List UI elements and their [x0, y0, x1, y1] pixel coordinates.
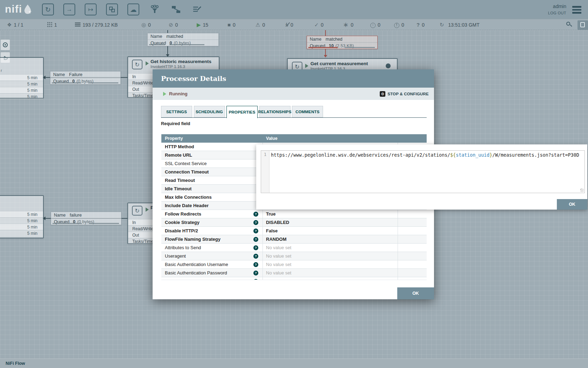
editor-code-line[interactable]: https://www.pegelonline.wsv.de/webservic… [270, 151, 584, 193]
input-port-icon[interactable]: → [63, 4, 75, 15]
property-name: Remote URL [165, 151, 192, 159]
property-row: Attributes to Send?No value set [161, 244, 427, 252]
expression-editor[interactable]: 1 https://www.pegelonline.wsv.de/webserv… [261, 150, 585, 193]
property-row: Basic Authentication Password?No value s… [161, 269, 427, 277]
status-bar: ↻ 13:51:03 GMT ❖1 / 11193 / 279.12 KB◎0⊘… [0, 19, 588, 30]
connection-label-failure-lower[interactable]: Namefailure Queued0(0 bytes) [51, 212, 121, 225]
property-value[interactable]: False [266, 227, 278, 235]
property-value[interactable]: True [266, 210, 275, 218]
refresh-icon[interactable]: ↻ [440, 22, 444, 27]
active-threads-count: 1 [54, 22, 57, 28]
help-icon[interactable]: ? [253, 220, 258, 225]
help-icon[interactable]: ? [253, 229, 258, 233]
running-indicator-icon [146, 207, 149, 212]
property-name: Follow Redirects [165, 210, 201, 218]
line-number: 1 [264, 152, 266, 157]
processor-icon[interactable]: ↻ [42, 4, 54, 15]
processor-type: InvokeHTTP 1.16.3 [150, 64, 185, 69]
queue-bar [52, 223, 82, 224]
output-port-icon[interactable]: ↦ [85, 4, 97, 15]
up-to-date-icon: ✓ [314, 22, 319, 27]
running-icon: ▶ [197, 22, 201, 27]
search-button[interactable] [566, 22, 573, 28]
up-to-date-count: 0 [321, 22, 324, 28]
queue-bar [308, 47, 338, 48]
value-editor-popup: 1 https://www.pegelonline.wsv.de/webserv… [256, 144, 587, 210]
help-icon[interactable]: ? [253, 245, 258, 250]
column-header-value: Value [266, 134, 278, 143]
property-name: Cookie Strategy [165, 218, 200, 226]
property-value[interactable]: No value set [266, 244, 291, 252]
stat-row: 5 min [0, 87, 43, 93]
connection-label-matched-selected[interactable]: Namematched Queued10(2.53 KB) [307, 36, 378, 49]
sync-failure-icon: ? [416, 22, 420, 27]
processor-loop-icon: ↻ [132, 206, 142, 216]
global-menu-icon[interactable] [572, 6, 581, 14]
help-icon[interactable]: ? [253, 237, 258, 242]
remote-process-group-icon[interactable]: ☁ [127, 4, 139, 15]
stat-row: 5 min [0, 74, 43, 81]
transmitting-count: 0 [148, 22, 151, 28]
stop-and-configure-button[interactable]: ⚙ STOP & CONFIGURE [380, 91, 429, 97]
connection-name-row: Namematched [148, 33, 218, 40]
funnel-icon[interactable] [149, 4, 161, 15]
processor-offscreen-lower[interactable]: 5 min 5 min 5 min 5 min [0, 195, 44, 238]
dialog-title: Processor Details [153, 69, 434, 88]
not-transmitting-count: 0 [175, 22, 178, 28]
property-name: Basic Authentication Username [165, 260, 228, 268]
queued-count: 193 / 279.12 KB [83, 22, 118, 28]
help-icon[interactable]: ? [253, 254, 258, 259]
property-value[interactable]: No value set [266, 260, 291, 268]
editor-ok-button[interactable]: OK [557, 199, 587, 210]
connection-name-row: Namematched [307, 36, 377, 42]
help-icon[interactable]: ? [253, 212, 258, 217]
logout-link[interactable]: LOG OUT [548, 11, 566, 15]
property-value[interactable]: DISABLED [266, 218, 289, 226]
template-icon[interactable] [170, 4, 182, 15]
status-stopped: ■0 [227, 19, 236, 30]
status-sync-failure: ?0 [416, 19, 425, 30]
stopped-count: 0 [233, 22, 236, 28]
nifi-logo: nifi [5, 3, 32, 15]
help-icon[interactable]: ? [253, 262, 258, 267]
property-row: Useragent?No value set [161, 252, 427, 260]
property-value[interactable]: No value set [266, 252, 291, 260]
property-name: Basic Authentication Password [165, 269, 227, 277]
property-value[interactable]: RANDOM [266, 235, 287, 243]
tab-relationships[interactable]: RELATIONSHIPS [259, 106, 290, 117]
connection-line [167, 30, 168, 33]
status-not-transmitting: ⊘0 [169, 19, 178, 30]
tab-scheduling[interactable]: SCHEDULING [194, 106, 225, 117]
help-icon[interactable]: ? [253, 271, 258, 275]
run-status-label: Running [169, 91, 188, 96]
status-queued: 193 / 279.12 KB [75, 19, 118, 30]
help-icon[interactable]: ? [253, 279, 258, 280]
running-count: 15 [203, 22, 209, 28]
connected-nodes-icon: ❖ [7, 22, 12, 27]
canvas-tool-button[interactable] [1, 40, 10, 50]
property-name: Include Date Header [165, 202, 209, 210]
status-disabled: ϟ0 [286, 19, 293, 30]
connection-label-failure-upper[interactable]: NameFailure Queued0(0 bytes) [50, 71, 121, 84]
resize-handle-icon[interactable] [580, 189, 584, 192]
nifi-application: 5 min 5 min 5 min 5 min r 5 min 5 min 5 … [0, 0, 588, 368]
dialog-ok-button[interactable]: OK [397, 287, 434, 299]
tab-settings[interactable]: SETTINGS [161, 106, 192, 117]
queue-bar [169, 44, 204, 45]
connected-nodes-count: 1 / 1 [14, 22, 23, 28]
operate-panel-toggle[interactable] [578, 20, 588, 30]
process-group-icon[interactable] [106, 4, 118, 15]
breadcrumb[interactable]: NiFi Flow [6, 361, 25, 366]
property-name: SSL Context Service [165, 159, 206, 168]
property-row: FlowFile Naming Strategy?RANDOM [161, 235, 427, 244]
processor-offscreen-upper[interactable]: 5 min 5 min 5 min 5 min [0, 57, 44, 98]
label-icon[interactable] [191, 4, 203, 15]
status-running: ▶15 [197, 19, 208, 30]
queue-bar [88, 82, 118, 83]
stat-row: 5 min [0, 93, 43, 100]
tab-properties[interactable]: PROPERTIES [226, 106, 258, 118]
property-value[interactable]: No value set [266, 269, 291, 277]
connection-label-matched-top[interactable]: Namematched Queued0(0 bytes) [147, 33, 219, 46]
status-transmitting: ◎0 [141, 19, 151, 30]
tab-comments[interactable]: COMMENTS [292, 106, 323, 117]
